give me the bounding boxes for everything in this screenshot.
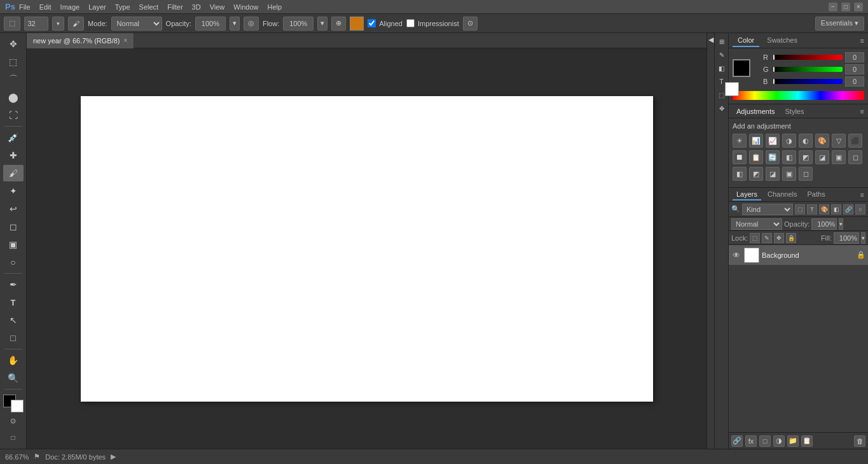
flow-input[interactable] — [283, 17, 313, 31]
filter-icon-2[interactable]: T — [807, 204, 817, 214]
r-input[interactable] — [845, 52, 864, 62]
foreground-swatch[interactable] — [733, 59, 750, 77]
opacity-input[interactable] — [811, 218, 837, 230]
brush-size-input[interactable] — [24, 17, 48, 31]
adj-channel-mixer[interactable]: 📋 — [749, 150, 763, 164]
link-layers-button[interactable]: 🔗 — [731, 435, 743, 447]
layer-visibility-icon[interactable]: 👁 — [731, 250, 741, 260]
adj-extra-1[interactable]: ◧ — [733, 167, 747, 181]
flow-options-btn[interactable]: ▾ — [317, 17, 327, 31]
adj-extra-5[interactable]: ◻ — [799, 167, 813, 181]
adj-levels[interactable]: 📊 — [749, 134, 763, 148]
move-tool[interactable]: ✥ — [3, 36, 24, 52]
add-mask-button[interactable]: □ — [759, 435, 771, 447]
adj-selective-color[interactable]: ◻ — [848, 150, 862, 164]
g-input[interactable] — [845, 64, 864, 74]
menu-window[interactable]: Window — [233, 3, 258, 11]
adj-exposure[interactable]: ◑ — [782, 134, 796, 148]
zoom-tool[interactable]: 🔍 — [3, 370, 24, 386]
essentials-button[interactable]: Essentials ▾ — [815, 17, 864, 31]
background-color[interactable] — [11, 400, 24, 412]
adj-photo-filter[interactable]: 🔲 — [733, 150, 747, 164]
pressure-size-btn[interactable]: ⊕ — [331, 17, 346, 31]
g-slider[interactable] — [773, 67, 843, 72]
hand-tool[interactable]: ✋ — [3, 352, 24, 369]
lock-transparent-icon[interactable]: ⬚ — [750, 233, 760, 243]
pen-tool[interactable]: ✒ — [3, 276, 24, 293]
filter-icon-3[interactable]: 🎨 — [819, 204, 829, 214]
right-tool-3[interactable]: ◧ — [716, 62, 727, 74]
tab-adjustments[interactable]: Adjustments — [733, 106, 779, 116]
b-slider[interactable] — [773, 79, 843, 84]
tab-channels[interactable]: Channels — [764, 189, 801, 200]
right-tool-1[interactable]: ⊞ — [716, 36, 727, 47]
tab-color[interactable]: Color — [733, 34, 759, 47]
minimize-button[interactable]: − — [829, 3, 837, 11]
aligned-checkbox[interactable] — [368, 19, 376, 27]
filter-icon-5[interactable]: 🔗 — [843, 204, 853, 214]
color-panel-menu[interactable]: ≡ — [860, 37, 864, 45]
panel-collapse-button[interactable]: ◀ — [706, 33, 714, 449]
canvas[interactable] — [81, 96, 653, 402]
adj-brightness-contrast[interactable]: ☀ — [733, 134, 747, 148]
adjustments-panel-menu[interactable]: ≡ — [860, 108, 864, 115]
layer-item[interactable]: 👁 Background 🔒 — [729, 245, 868, 265]
path-select-tool[interactable]: ↖ — [3, 312, 24, 328]
healing-tool[interactable]: ✚ — [3, 147, 24, 164]
adj-vibrance[interactable]: ◐ — [799, 134, 813, 148]
filter-toggle[interactable]: ○ — [855, 204, 865, 214]
adj-extra-2[interactable]: ◩ — [749, 167, 763, 181]
menu-3d[interactable]: 3D — [192, 3, 201, 11]
brush-options-button[interactable]: ▾ — [52, 17, 64, 31]
background-swatch[interactable] — [725, 82, 739, 96]
menu-file[interactable]: File — [19, 3, 31, 11]
fill-input[interactable] — [834, 232, 859, 244]
menu-help[interactable]: Help — [267, 3, 282, 11]
tab-swatches[interactable]: Swatches — [762, 34, 803, 47]
color-spectrum[interactable] — [733, 91, 864, 100]
document-tab[interactable]: new year @ 66.7% (RGB/8) × — [27, 33, 134, 48]
brush-tool[interactable]: 🖌 — [3, 165, 24, 181]
adj-gradient-map[interactable]: ▣ — [832, 150, 846, 164]
brush-preset-preview[interactable] — [350, 17, 364, 31]
adj-color-balance[interactable]: ▽ — [832, 134, 846, 148]
layers-panel-menu[interactable]: ≡ — [860, 191, 864, 199]
history-brush-tool[interactable]: ↩ — [3, 200, 24, 217]
canvas-viewport[interactable] — [27, 48, 706, 449]
lock-all-icon[interactable]: 🔒 — [786, 233, 796, 243]
opacity-input[interactable] — [195, 17, 226, 31]
new-adjustment-button[interactable]: ◑ — [773, 435, 785, 447]
marquee-tool[interactable]: ⬚ — [3, 53, 24, 70]
right-tool-2[interactable]: ✎ — [716, 49, 727, 60]
adj-hue-sat[interactable]: 🎨 — [815, 134, 829, 148]
crop-tool[interactable]: ⛶ — [3, 107, 24, 123]
tab-paths[interactable]: Paths — [804, 189, 829, 200]
adj-invert[interactable]: ◧ — [782, 150, 796, 164]
status-icon[interactable]: ⚑ — [34, 453, 40, 461]
adj-color-lookup[interactable]: 🔄 — [766, 150, 780, 164]
menu-image[interactable]: Image — [60, 3, 80, 11]
r-slider[interactable] — [773, 55, 843, 60]
lock-image-icon[interactable]: ✎ — [762, 233, 772, 243]
adj-posterize[interactable]: ◩ — [799, 150, 813, 164]
quick-select-tool[interactable]: ⬤ — [3, 89, 24, 106]
lock-position-icon[interactable]: ✥ — [774, 233, 784, 243]
tab-styles[interactable]: Styles — [782, 106, 808, 116]
dodge-tool[interactable]: ○ — [3, 254, 24, 271]
type-tool[interactable]: T — [3, 294, 24, 311]
close-tab-button[interactable]: × — [124, 37, 128, 44]
status-arrow[interactable]: ▶ — [111, 453, 116, 461]
gradient-tool[interactable]: ▣ — [3, 236, 24, 253]
adj-extra-3[interactable]: ◪ — [766, 167, 780, 181]
new-group-button[interactable]: 📁 — [787, 435, 799, 447]
tab-layers[interactable]: Layers — [733, 189, 761, 200]
menu-type[interactable]: Type — [115, 3, 130, 11]
fill-dropdown[interactable]: ▾ — [861, 232, 865, 244]
impressionist-checkbox[interactable] — [406, 19, 415, 27]
menu-layer[interactable]: Layer — [88, 3, 106, 11]
adj-black-white[interactable]: ⬛ — [848, 134, 862, 148]
opacity-dropdown[interactable]: ▾ — [839, 218, 843, 230]
airbrush-toggle[interactable]: ◎ — [244, 17, 259, 31]
adj-threshold[interactable]: ◪ — [815, 150, 829, 164]
close-button[interactable]: × — [854, 3, 863, 11]
